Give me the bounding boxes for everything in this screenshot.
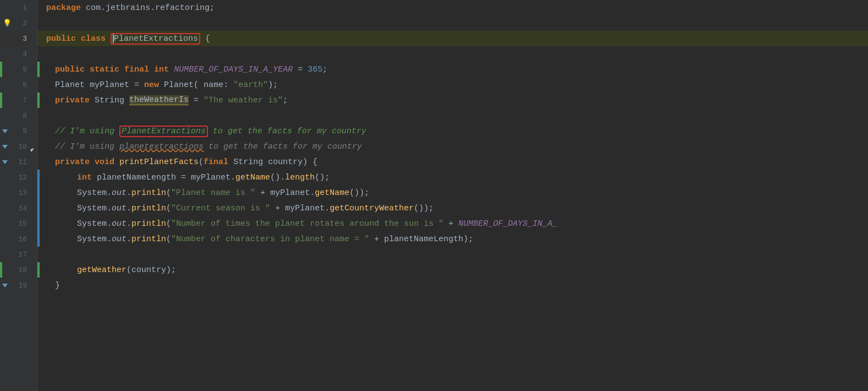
out-15: out <box>112 219 127 229</box>
system-cls-15: System <box>77 219 107 229</box>
kw-public-5: public <box>55 65 85 74</box>
sidebar-bar-13 <box>37 185 40 200</box>
string-type: String <box>95 96 124 105</box>
country-arg: country <box>131 265 166 275</box>
line-num-1: 1 <box>0 0 31 15</box>
param-country: country <box>268 158 303 167</box>
getname-method: getName <box>235 173 270 182</box>
getcountryweather-14: getCountryWeather <box>329 204 414 213</box>
line-num-11: 11 <box>0 154 31 170</box>
println-15: println <box>131 219 166 229</box>
line-num-7: 7 <box>0 93 31 108</box>
comment2-suffix: to get the facts for my country <box>204 142 362 151</box>
str-13: "Planet name is " <box>171 188 255 198</box>
const-name: NUMBER_OF_DAYS_IN_A_YEAR <box>174 65 293 74</box>
line-num-9: 9 <box>0 123 31 139</box>
line-num-6: 6 <box>0 77 31 93</box>
sidebar-bar-7 <box>37 93 40 108</box>
const-ref-15: NUMBER_OF_DAYS_IN_A_ <box>458 219 557 229</box>
code-line-6: Planet myPlanet = new Planet( name: "ear… <box>37 77 868 93</box>
fold-arrow-9[interactable] <box>1 127 9 135</box>
line-num-15: 15 <box>0 216 31 231</box>
str-14: "Current season is " <box>171 204 270 213</box>
comment2-classname: planetextractions <box>119 142 204 151</box>
code-line-5: public static final int NUMBER_OF_DAYS_I… <box>37 62 868 77</box>
line-num-16: 16 <box>0 231 31 247</box>
line-num-12: 12 <box>0 170 31 185</box>
close-brace-19: } <box>55 281 60 290</box>
code-line-17 <box>37 247 868 262</box>
code-line-12: int planetNameLength = myPlanet . getNam… <box>37 170 868 185</box>
line-num-8: 8 <box>0 108 31 123</box>
line-num-17: 17 <box>0 247 31 262</box>
system-cls-14: System <box>77 204 107 213</box>
code-line-3: public class PlanetExtractions { <box>37 31 868 46</box>
fold-arrow-19[interactable] <box>1 281 9 289</box>
fold-arrow-11[interactable] <box>1 158 9 166</box>
green-bar-18 <box>0 262 2 278</box>
classname-rename-box: PlanetExtractions <box>111 33 200 45</box>
open-brace-3: { <box>205 34 210 44</box>
system-cls-13: System <box>77 188 107 198</box>
line-number-gutter: 1 💡 2 3 4 5 6 7 8 9 10 11 12 13 14 <box>0 0 37 391</box>
code-line-4 <box>37 46 868 62</box>
kw-static: static <box>90 65 119 74</box>
code-line-13: System . out . println ( "Planet name is… <box>37 185 868 200</box>
named-arg-name: name: <box>204 80 228 90</box>
code-line-16: System . out . println ( "Number of char… <box>37 231 868 247</box>
comment1-classname-box: PlanetExtractions <box>119 126 208 137</box>
code-content: package com.jetbrains.refactoring; publi… <box>37 0 868 391</box>
planet-type: Planet <box>55 80 85 90</box>
code-line-2 <box>37 15 868 31</box>
sidebar-bar-5 <box>37 62 40 77</box>
myplanet-ref-13: myPlanet <box>270 188 310 198</box>
println-13: println <box>131 188 166 198</box>
kw-final: final <box>124 65 149 74</box>
system-cls-16: System <box>77 235 107 244</box>
code-line-10: // I'm using planetextractions to get th… <box>37 139 868 154</box>
const-val: 365 <box>307 65 322 74</box>
code-line-19: } <box>37 278 868 293</box>
package-name: com.jetbrains.refactoring; <box>86 3 215 13</box>
planet-constructor: Planet( <box>164 80 199 90</box>
bulb-icon[interactable]: 💡 <box>3 19 11 27</box>
green-bar-7 <box>0 93 2 108</box>
kw-private-7: private <box>55 96 90 105</box>
out-14: out <box>112 204 127 213</box>
planet-len-var: planetNameLength <box>97 173 176 182</box>
earth-string: "earth" <box>233 80 268 90</box>
out-16: out <box>112 235 127 244</box>
sidebar-bar-16 <box>37 231 40 247</box>
classname-text: PlanetExtractions <box>114 34 198 44</box>
sidebar-bar-15 <box>37 216 40 231</box>
keyword-public-3: public <box>46 34 76 44</box>
sidebar-bar-12 <box>37 170 40 185</box>
kw-private-11: private <box>55 158 90 167</box>
green-bar-5 <box>0 62 2 77</box>
line-num-2: 💡 2 <box>0 15 31 31</box>
kw-new: new <box>144 80 159 90</box>
code-line-15: System . out . println ( "Number of time… <box>37 216 868 231</box>
keyword-package: package <box>46 3 81 13</box>
comment2-prefix: // I'm using <box>55 142 119 151</box>
method-name: printPlanetFacts <box>119 158 199 167</box>
sidebar-bar-14 <box>37 200 40 216</box>
code-line-14: System . out . println ( "Current season… <box>37 200 868 216</box>
fold-arrow-10[interactable] <box>1 143 9 150</box>
get-weather-call: getWeather <box>77 265 127 275</box>
kw-final: final <box>204 158 228 167</box>
println-16: println <box>131 235 166 244</box>
line-num-10: 10 <box>0 139 31 154</box>
myplanet-ref: myPlanet <box>191 173 230 182</box>
println-14: println <box>131 204 166 213</box>
planet-name-len-ref: planetNameLength <box>384 235 463 244</box>
code-line-18: getWeather ( country ); <box>37 262 868 278</box>
code-line-8 <box>37 108 868 123</box>
length-method: length <box>285 173 315 182</box>
param-type: String <box>233 158 263 167</box>
kw-void: void <box>95 158 114 167</box>
weather-string: "The weather is" <box>204 96 283 105</box>
str-15: "Number of times the planet rotates arou… <box>171 219 443 229</box>
line-num-14: 14 <box>0 200 31 216</box>
sidebar-bar-18 <box>37 262 40 278</box>
